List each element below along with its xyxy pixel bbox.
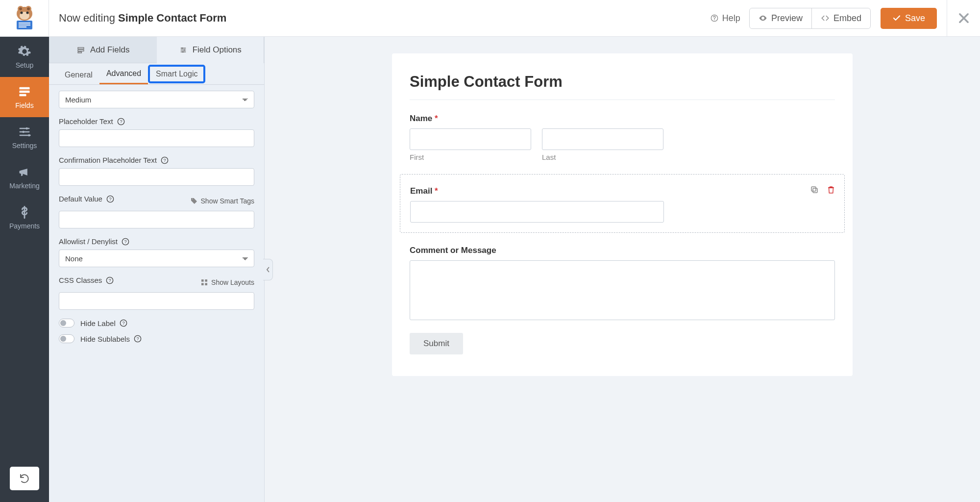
allowlist-select[interactable]: None	[59, 250, 254, 267]
preview-button[interactable]: Preview	[750, 8, 812, 28]
help-icon[interactable]: ?	[161, 156, 169, 164]
tab-add-fields[interactable]: Add Fields	[49, 37, 157, 63]
help-icon[interactable]: ?	[120, 319, 127, 327]
svg-point-17	[25, 127, 28, 130]
help-icon[interactable]: ?	[106, 195, 114, 203]
comment-textarea[interactable]	[410, 260, 835, 320]
check-icon	[892, 14, 901, 23]
last-name-input[interactable]	[542, 128, 663, 150]
help-icon[interactable]: ?	[134, 335, 142, 343]
comment-field[interactable]: Comment or Message	[410, 246, 835, 320]
css-classes-input[interactable]	[59, 292, 254, 310]
fields-icon	[18, 85, 31, 99]
help-icon[interactable]: ?	[117, 118, 125, 126]
email-input[interactable]	[410, 201, 664, 223]
svg-text:?: ?	[120, 119, 122, 124]
default-value-label: Default Value ?	[59, 195, 114, 203]
help-button[interactable]: Help	[702, 8, 749, 28]
subtab-advanced[interactable]: Advanced	[99, 64, 148, 84]
save-button[interactable]: Save	[881, 8, 937, 29]
svg-rect-45	[811, 187, 816, 191]
svg-text:?: ?	[122, 321, 124, 326]
first-sublabel: First	[410, 153, 531, 161]
delete-icon[interactable]	[827, 185, 835, 194]
help-icon[interactable]: ?	[106, 276, 114, 284]
nav-setup[interactable]: Setup	[0, 37, 49, 77]
css-classes-label: CSS Classes ?	[59, 276, 114, 284]
placeholder-label: Placeholder Text ?	[59, 117, 254, 126]
chevron-left-icon	[266, 266, 270, 273]
svg-rect-20	[78, 47, 84, 49]
add-fields-icon	[76, 46, 85, 54]
svg-rect-22	[78, 51, 82, 52]
options-icon	[179, 46, 188, 54]
hide-sublabels-toggle[interactable]	[59, 334, 74, 343]
tag-icon	[190, 197, 198, 205]
confirmation-placeholder-label: Confirmation Placeholder Text ?	[59, 156, 254, 164]
email-label: Email *	[410, 186, 834, 196]
tab-field-options[interactable]: Field Options	[157, 37, 265, 63]
email-field-selected[interactable]: Email *	[400, 174, 845, 233]
name-label: Name *	[410, 114, 835, 124]
svg-point-23	[181, 48, 183, 49]
svg-rect-11	[19, 26, 26, 27]
svg-point-6	[20, 12, 23, 14]
undo-icon	[19, 473, 30, 484]
svg-rect-44	[813, 188, 817, 193]
submit-button[interactable]: Submit	[410, 333, 463, 354]
svg-point-25	[182, 51, 183, 52]
default-value-input[interactable]	[59, 211, 254, 228]
gear-icon	[18, 45, 31, 58]
close-button[interactable]	[947, 0, 980, 36]
form-title: Simple Contact Form	[410, 73, 835, 91]
undo-button[interactable]	[10, 467, 39, 490]
svg-rect-39	[205, 283, 207, 285]
collapse-panel-button[interactable]	[263, 259, 273, 280]
svg-text:?: ?	[109, 197, 111, 201]
nav-fields[interactable]: Fields	[0, 77, 49, 117]
svg-rect-16	[20, 94, 26, 97]
code-icon	[821, 14, 830, 23]
field-size-select[interactable]: Medium	[59, 91, 254, 108]
confirmation-placeholder-input[interactable]	[59, 168, 254, 186]
subtab-smart-logic[interactable]: Smart Logic	[148, 65, 205, 83]
eye-icon	[759, 14, 767, 23]
first-name-input[interactable]	[410, 128, 531, 150]
svg-text:?: ?	[109, 278, 111, 283]
svg-rect-38	[201, 283, 204, 285]
svg-text:?: ?	[136, 336, 139, 341]
svg-rect-36	[201, 279, 204, 282]
duplicate-icon[interactable]	[810, 185, 819, 194]
help-icon	[710, 14, 718, 22]
nav-marketing[interactable]: Marketing	[0, 157, 49, 198]
app-logo[interactable]	[0, 0, 49, 36]
show-smart-tags-link[interactable]: Show Smart Tags	[190, 197, 254, 205]
nav-settings[interactable]: Settings	[0, 117, 49, 157]
grid-icon	[200, 278, 208, 286]
svg-rect-14	[20, 87, 30, 90]
name-field[interactable]: Name * First Last	[410, 114, 835, 161]
svg-point-4	[27, 7, 30, 10]
hide-label-text: Hide Label ?	[80, 319, 127, 327]
embed-button[interactable]: Embed	[812, 8, 870, 28]
dollar-icon	[18, 205, 31, 219]
close-icon	[957, 11, 971, 25]
svg-text:?: ?	[124, 239, 126, 244]
hide-sublabels-text: Hide Sublabels ?	[80, 335, 142, 343]
svg-rect-10	[19, 25, 30, 25]
nav-payments[interactable]: Payments	[0, 198, 49, 238]
page-title: Now editing Simple Contact Form	[49, 12, 226, 25]
subtab-general[interactable]: General	[58, 66, 99, 84]
divider	[410, 100, 835, 100]
comment-label: Comment or Message	[410, 246, 835, 255]
hide-label-toggle[interactable]	[59, 319, 74, 327]
svg-text:?: ?	[163, 158, 166, 163]
svg-rect-15	[20, 91, 30, 93]
svg-rect-37	[205, 279, 207, 282]
megaphone-icon	[18, 165, 31, 179]
svg-point-18	[22, 131, 24, 133]
placeholder-input[interactable]	[59, 129, 254, 147]
help-icon[interactable]: ?	[122, 238, 129, 246]
show-layouts-link[interactable]: Show Layouts	[200, 278, 254, 286]
svg-point-3	[19, 7, 22, 10]
